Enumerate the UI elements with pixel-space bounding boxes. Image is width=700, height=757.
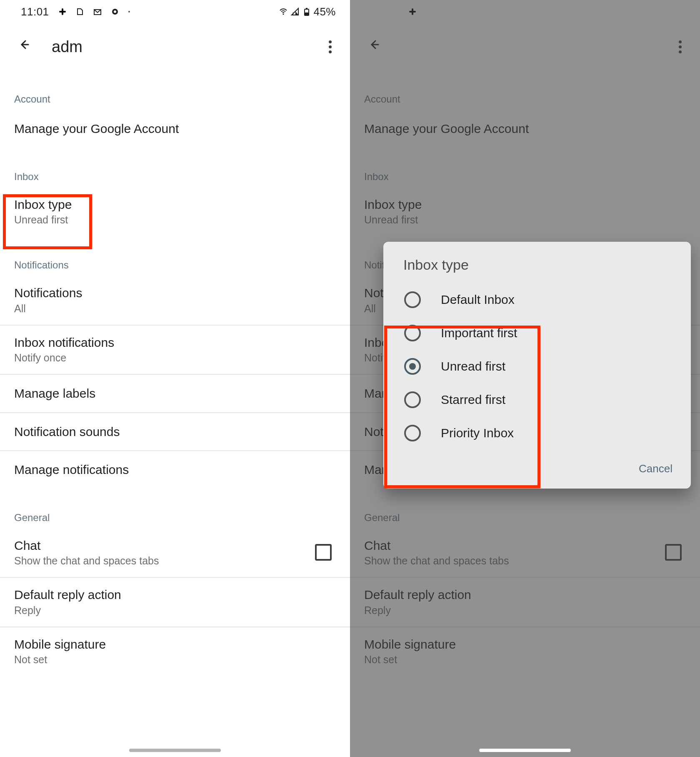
option-priority-inbox[interactable]: Priority Inbox [383,416,691,450]
app-bar: adm [0,23,350,70]
row-title: Inbox type [14,197,336,213]
option-important-first[interactable]: Important first [383,316,691,350]
option-label: Starred first [441,393,505,407]
inbox-type-dialog: Inbox type Default Inbox Important first… [383,242,691,489]
screenshot-left: 11:01 • 45% [0,0,350,757]
row-manage-labels[interactable]: Manage labels [0,375,350,413]
page-title: adm [52,38,82,56]
row-mobile-signature[interactable]: Mobile signature Not set [0,627,350,676]
row-subtitle: Reply [14,604,336,617]
row-subtitle: Notify once [14,352,336,364]
back-button[interactable] [18,38,35,55]
row-title: Mobile signature [14,637,336,652]
section-header-account: Account [0,70,350,110]
pitch-icon [76,8,84,16]
location-icon [111,8,119,16]
radio-icon-selected [404,358,421,375]
row-subtitle: Unread first [14,214,336,226]
row-title: Inbox notifications [14,335,336,351]
row-chat[interactable]: Chat Show the chat and spaces tabs [0,529,350,578]
option-label: Priority Inbox [441,426,514,440]
row-title: Manage notifications [14,462,336,478]
status-bar: 11:01 • 45% [0,0,350,23]
row-subtitle: Show the chat and spaces tabs [14,555,315,567]
option-label: Unread first [441,359,505,373]
dialog-title: Inbox type [383,242,691,283]
radio-icon [404,325,421,341]
row-notification-sounds[interactable]: Notification sounds [0,413,350,451]
battery-percent: 45% [313,5,336,18]
section-header-inbox: Inbox [0,148,350,188]
row-title: Chat [14,538,315,554]
option-label: Default Inbox [441,293,515,307]
section-header-notifications: Notifications [0,236,350,276]
option-label: Important first [441,326,517,340]
cancel-button[interactable]: Cancel [639,462,672,475]
slack-icon [58,8,67,16]
row-subtitle: Not set [14,654,336,666]
battery-icon [302,8,311,16]
radio-icon [404,425,421,441]
row-title: Default reply action [14,587,336,603]
row-title: Manage your Google Account [14,121,336,137]
radio-icon [404,391,421,408]
gesture-nav-bar[interactable] [129,749,221,752]
radio-icon [404,291,421,308]
option-default-inbox[interactable]: Default Inbox [383,283,691,316]
row-subtitle: All [14,303,336,315]
row-manage-notifications[interactable]: Manage notifications [0,451,350,489]
signal-icon [291,8,299,16]
more-notifications-dot: • [128,8,130,15]
row-title: Manage labels [14,386,336,401]
option-starred-first[interactable]: Starred first [383,383,691,416]
row-manage-google-account[interactable]: Manage your Google Account [0,110,350,148]
row-default-reply-action[interactable]: Default reply action Reply [0,578,350,627]
row-notifications[interactable]: Notifications All [0,276,350,326]
row-title: Notification sounds [14,424,336,440]
wifi-icon [279,8,288,16]
row-inbox-notifications[interactable]: Inbox notifications Notify once [0,326,350,375]
row-title: Notifications [14,285,336,301]
overflow-menu-button[interactable] [322,38,338,55]
status-time: 11:01 [21,5,49,18]
row-inbox-type[interactable]: Inbox type Unread first [0,188,350,236]
chat-checkbox[interactable] [315,544,332,561]
section-header-general: General [0,489,350,529]
screenshot-right: 11:01 • 45% [350,0,700,757]
option-unread-first[interactable]: Unread first [383,350,691,383]
gmail-icon [93,8,102,16]
gesture-nav-bar[interactable] [479,749,571,752]
